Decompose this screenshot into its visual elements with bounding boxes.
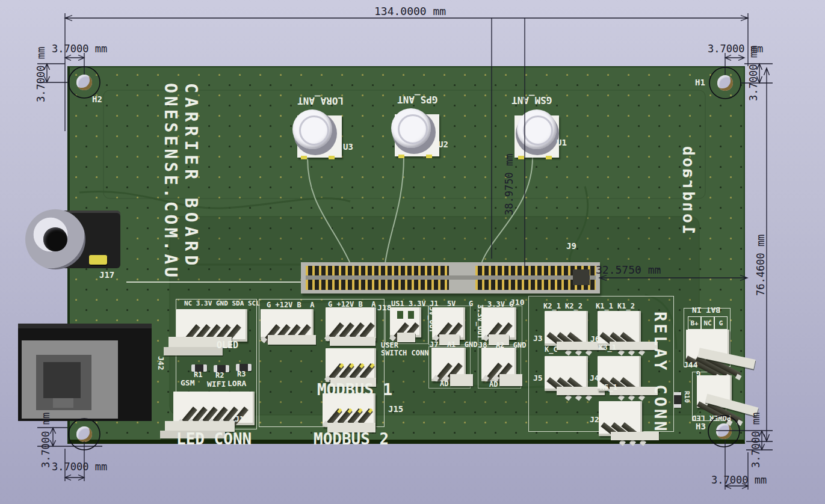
dim-board-width: 134.0000 mm [374,5,446,17]
dim-board-height: 76.4600 mm [755,235,767,296]
dim-antenna-offset: 38.9750 mm [503,154,515,215]
dim-hole-tr-v: 3.7000 mm [747,46,759,101]
dim-hole-br-v: 3.7000 mm [750,413,762,468]
viewer-canvas[interactable]: BAT IN B+ NC G CARRIER BOARD ONESENSE.CO… [0,0,825,504]
dim-hole-br-h: 3.7000 mm [711,474,767,486]
dim-connector-offset: 32.5750 mm [596,263,661,276]
dim-hole-tl-v: 3.7000 mm [35,47,47,102]
dim-hole-bl-h: 3.7000 mm [52,461,107,473]
dim-hole-bl-v: 3.7000 mm [40,413,52,468]
dimension-lines [0,0,825,504]
dim-hole-tl-h: 3.7000 mm [52,43,107,55]
